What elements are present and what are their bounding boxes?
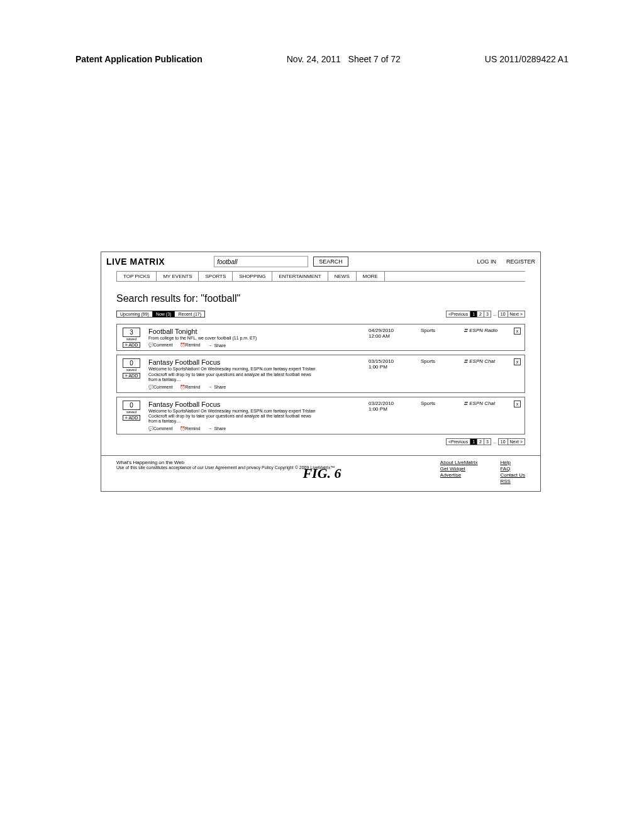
filter-upcoming[interactable]: Upcoming (99)	[116, 311, 153, 318]
filter-pagination-row: Upcoming (99) Now (3) Recent (17) <Previ…	[116, 311, 525, 318]
pager-next[interactable]: Next >	[508, 311, 525, 318]
pager-prev[interactable]: <Previous	[446, 311, 470, 318]
filter-now[interactable]: Now (3)	[152, 311, 175, 318]
nav-shopping[interactable]: SHOPPING	[233, 272, 272, 281]
result-meta: 03/15/2010 1:00 PM Sports ≣ ESPN Chat	[369, 358, 508, 370]
saved-label: saved	[126, 337, 136, 341]
share-action[interactable]: → Share	[208, 385, 226, 389]
pager-page-10[interactable]: 10	[498, 311, 508, 318]
result-desc: From college to the NFL, we cover footba…	[148, 336, 318, 341]
pager-prev[interactable]: <Previous	[446, 438, 470, 445]
nav-news[interactable]: NEWS	[328, 272, 357, 281]
result-body: Football Tonight From college to the NFL…	[148, 328, 362, 348]
pagination-bottom: <Previous 1 2 3 ... 10 Next >	[447, 438, 525, 445]
main-nav: TOP PICKS MY EVENTS SPORTS SHOPPING ENTE…	[116, 271, 525, 282]
result-source: ≣ ESPN Chat	[464, 358, 508, 370]
comment-action[interactable]: 💬Comment	[148, 385, 172, 390]
results-heading: Search results for: "football"	[116, 293, 525, 304]
register-link[interactable]: REGISTER	[506, 258, 535, 265]
comment-icon: 💬	[148, 343, 153, 348]
comment-action[interactable]: 💬Comment	[148, 426, 172, 431]
pager-next[interactable]: Next >	[508, 438, 525, 445]
save-box: 0 saved + ADD	[121, 401, 142, 421]
close-icon[interactable]: x	[514, 358, 521, 365]
result-desc: Welcome to SportsNation! On Wednesday mo…	[148, 367, 318, 382]
result-source: ≣ ESPN Radio	[464, 328, 508, 339]
remind-action[interactable]: ⏰Remind	[180, 385, 200, 390]
footer-link-help[interactable]: Help	[500, 460, 525, 465]
result-datetime: 03/22/2010 1:00 PM	[369, 401, 403, 412]
app-window: LIVE MATRIX SEARCH LOG IN REGISTER TOP P…	[101, 252, 541, 492]
add-button[interactable]: + ADD	[123, 342, 140, 348]
result-body: Fantasy Football Focus Welcome to Sports…	[148, 358, 362, 389]
nav-my-events[interactable]: MY EVENTS	[157, 272, 199, 281]
publication-date: Nov. 24, 2011 Sheet 7 of 72	[287, 54, 401, 64]
result-datetime: 04/29/2010 12:00 AM	[369, 328, 403, 339]
remind-action[interactable]: ⏰Remind	[180, 426, 200, 431]
nav-top-picks[interactable]: TOP PICKS	[116, 272, 157, 281]
add-button[interactable]: + ADD	[123, 373, 140, 379]
result-row: 0 saved + ADD Fantasy Football Focus Wel…	[116, 397, 525, 434]
remind-action[interactable]: ⏰Remind	[180, 343, 200, 348]
top-bar: LIVE MATRIX SEARCH LOG IN REGISTER	[101, 252, 540, 271]
result-desc: Welcome to SportsNation! On Wednesday mo…	[148, 409, 318, 424]
filter-tabs: Upcoming (99) Now (3) Recent (17)	[116, 311, 204, 318]
saved-label: saved	[126, 368, 136, 372]
search-input[interactable]	[214, 256, 308, 267]
footer-tagline: What's Happening on the Web	[116, 460, 440, 465]
save-box: 0 saved + ADD	[121, 358, 142, 379]
publication-header: Patent Application Publication Nov. 24, …	[75, 54, 569, 64]
comment-icon: 💬	[148, 385, 153, 390]
source-icon: ≣	[464, 401, 468, 406]
brand-logo: LIVE MATRIX	[106, 257, 165, 267]
publication-number: US 2011/0289422 A1	[485, 54, 569, 64]
save-box: 3 saved + ADD	[121, 328, 142, 348]
auth-links: LOG IN REGISTER	[477, 258, 535, 265]
result-row: 0 saved + ADD Fantasy Football Focus Wel…	[116, 355, 525, 392]
result-row: 3 saved + ADD Football Tonight From coll…	[116, 324, 525, 351]
saved-count: 3	[123, 328, 140, 337]
share-icon: →	[208, 385, 213, 389]
nav-sports[interactable]: SPORTS	[199, 272, 233, 281]
filter-recent[interactable]: Recent (17)	[174, 311, 205, 318]
result-title[interactable]: Fantasy Football Focus	[148, 358, 362, 366]
pagination-top: <Previous 1 2 3 ... 10 Next >	[447, 311, 525, 318]
close-icon[interactable]: x	[514, 328, 521, 335]
result-source: ≣ ESPN Chat	[464, 401, 508, 412]
nav-more[interactable]: MORE	[357, 272, 385, 281]
search-button[interactable]: SEARCH	[313, 257, 348, 267]
nav-entertainment[interactable]: ENTERTAINMENT	[272, 272, 328, 281]
result-title[interactable]: Football Tonight	[148, 328, 362, 335]
result-body: Fantasy Football Focus Welcome to Sports…	[148, 401, 362, 431]
comment-action[interactable]: 💬Comment	[148, 343, 172, 348]
result-datetime: 03/15/2010 1:00 PM	[369, 358, 403, 370]
source-icon: ≣	[464, 328, 468, 333]
pagination-bottom-wrap: <Previous 1 2 3 ... 10 Next >	[116, 438, 525, 445]
pager-page-10[interactable]: 10	[498, 438, 508, 445]
share-icon: →	[208, 426, 213, 431]
result-actions: 💬Comment ⏰Remind → Share	[148, 385, 362, 390]
saved-count: 0	[123, 358, 140, 368]
result-actions: 💬Comment ⏰Remind → Share	[148, 343, 362, 348]
share-action[interactable]: → Share	[208, 343, 226, 348]
footer-link-about[interactable]: About LiveMatrix	[440, 460, 478, 465]
figure-caption: FIG. 6	[0, 465, 644, 482]
result-category: Sports	[421, 358, 446, 370]
pager-page-3[interactable]: 3	[484, 311, 491, 318]
share-icon: →	[208, 343, 213, 348]
login-link[interactable]: LOG IN	[477, 258, 496, 265]
publication-title: Patent Application Publication	[75, 54, 203, 64]
result-actions: 💬Comment ⏰Remind → Share	[148, 426, 362, 431]
source-icon: ≣	[464, 358, 468, 364]
result-category: Sports	[421, 401, 446, 412]
result-category: Sports	[421, 328, 446, 339]
saved-label: saved	[126, 410, 136, 414]
result-meta: 03/22/2010 1:00 PM Sports ≣ ESPN Chat	[369, 401, 508, 412]
add-button[interactable]: + ADD	[123, 415, 140, 421]
saved-count: 0	[123, 401, 140, 410]
content-area: Search results for: "football" Upcoming …	[101, 282, 540, 450]
share-action[interactable]: → Share	[208, 426, 226, 431]
close-icon[interactable]: x	[514, 401, 521, 407]
result-title[interactable]: Fantasy Football Focus	[148, 401, 362, 408]
pager-page-3[interactable]: 3	[484, 438, 491, 445]
